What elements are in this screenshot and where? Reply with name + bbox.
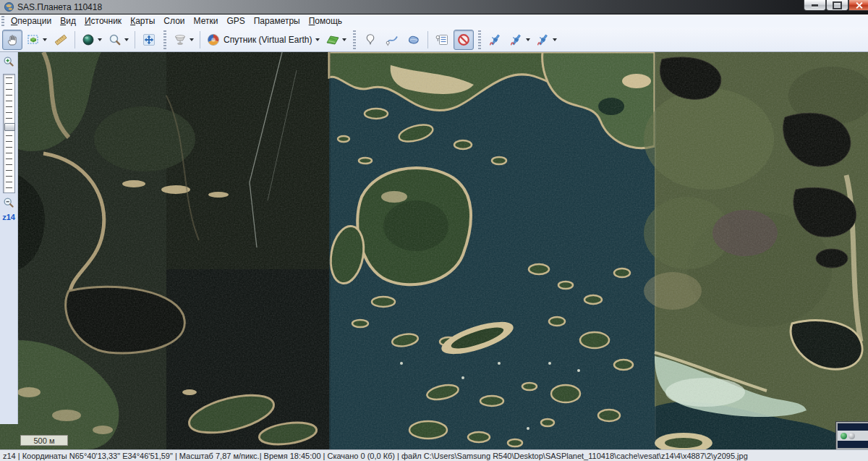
menu-item-maps[interactable]: Карты (126, 15, 159, 27)
gps-satellite-icon (536, 33, 550, 47)
gps-satellite-icon (488, 33, 503, 47)
status-bar: z14 | Координаты N65°40'13,33" E34°46'51… (0, 449, 868, 461)
scale-bar: 500 м (20, 435, 68, 446)
chevron-down-icon (342, 38, 346, 41)
map-source-label: Спутник (Virtual Earth) (224, 35, 312, 45)
hide-placemarks-button[interactable] (454, 30, 474, 50)
chevron-down-icon (526, 38, 530, 41)
zoom-out-icon (2, 196, 15, 209)
layers-selector-button[interactable] (323, 30, 349, 50)
chevron-down-icon (124, 38, 129, 41)
app-window: SAS.Планета 110418 Операции Вид Источник… (0, 0, 868, 461)
menu-item-layers[interactable]: Слои (159, 15, 189, 27)
hand-icon (5, 33, 20, 47)
download-mode-button[interactable] (171, 30, 196, 50)
gps-options-button[interactable] (534, 30, 559, 50)
ruler-icon (54, 33, 68, 47)
placemark-manager-button[interactable] (432, 30, 452, 50)
dish-icon (173, 33, 187, 47)
add-path-button[interactable] (382, 30, 402, 50)
zoom-out-button[interactable] (1, 195, 16, 210)
polygon-icon (407, 33, 421, 47)
menu-item-help[interactable]: Помощь (305, 15, 346, 27)
toolbar-separator (75, 31, 75, 48)
toolbar-separator (427, 31, 428, 48)
gps-connect-button[interactable] (485, 30, 506, 50)
menu-bar: Операции Вид Источник Карты Слои Метки G… (0, 14, 868, 28)
title-bar: SAS.Планета 110418 (0, 0, 868, 14)
maximize-icon (833, 1, 842, 9)
chevron-down-icon (43, 38, 47, 41)
status-bar-text: z14 | Координаты N65°40'13,33" E34°46'51… (3, 452, 748, 460)
zoom-slider[interactable] (3, 74, 15, 193)
minimize-button[interactable] (804, 0, 826, 11)
toolbar-separator (200, 31, 200, 48)
placemark-icon (363, 33, 378, 47)
path-icon (385, 33, 399, 47)
magnifier-icon (108, 33, 122, 47)
maximize-button[interactable] (826, 0, 848, 11)
fullscreen-icon (142, 33, 156, 47)
chevron-down-icon (98, 38, 102, 41)
toolbar-separator (135, 31, 135, 48)
toolbar-grip[interactable] (478, 30, 481, 49)
menu-grip[interactable] (1, 16, 4, 26)
layers-map-icon (326, 33, 340, 47)
zoom-panel: z14 (0, 52, 18, 424)
add-placemark-button[interactable] (360, 30, 380, 50)
menu-item-options[interactable]: Параметры (250, 15, 305, 27)
placemark-list-icon (435, 33, 449, 47)
app-icon (4, 1, 14, 12)
menu-item-view[interactable]: Вид (56, 15, 80, 27)
chevron-down-icon (315, 38, 320, 41)
toolbar-grip[interactable] (163, 30, 166, 49)
gray-globe-icon (848, 433, 855, 439)
ruler-tool-button[interactable] (51, 30, 71, 50)
map-viewport[interactable] (0, 52, 868, 449)
zoom-in-icon (2, 55, 15, 68)
go-to-place-button[interactable] (79, 30, 104, 50)
zoom-in-button[interactable] (1, 54, 16, 69)
minimap-widget[interactable] (836, 422, 868, 449)
menu-item-marks[interactable]: Метки (190, 15, 223, 27)
select-region-icon (26, 33, 41, 47)
chevron-down-icon (553, 38, 557, 41)
menu-item-operations[interactable]: Операции (7, 15, 56, 27)
minimize-icon (812, 4, 818, 7)
close-button[interactable] (848, 0, 868, 11)
window-controls (804, 0, 868, 11)
selection-tool-button[interactable] (24, 30, 49, 50)
gps-track-button[interactable] (507, 30, 532, 50)
toolbar-grip[interactable] (353, 30, 356, 49)
zoom-slider-ticks (6, 77, 12, 190)
pan-tool-button[interactable] (2, 30, 22, 50)
add-polygon-button[interactable] (404, 30, 424, 50)
chevron-down-icon (190, 38, 194, 41)
close-icon (855, 1, 863, 9)
scale-bar-label: 500 м (34, 436, 55, 445)
fullscreen-button[interactable] (139, 30, 159, 50)
main-toolbar: Спутник (Virtual Earth) (0, 28, 868, 52)
gps-satellite-icon (509, 33, 524, 47)
zoom-slider-thumb[interactable] (4, 123, 15, 131)
no-entry-icon (456, 33, 471, 47)
menu-item-source[interactable]: Источник (80, 15, 126, 27)
virtual-earth-icon (206, 33, 221, 47)
minimap-band (838, 431, 868, 441)
satellite-imagery (0, 52, 868, 449)
search-button[interactable] (106, 30, 131, 50)
zoom-level-label: z14 (2, 213, 15, 221)
map-source-selector[interactable]: Спутник (Virtual Earth) (204, 30, 322, 50)
window-title: SAS.Планета 110418 (17, 2, 102, 12)
globe-icon (81, 33, 95, 47)
menu-item-gps[interactable]: GPS (222, 15, 249, 27)
green-globe-icon (841, 433, 847, 439)
